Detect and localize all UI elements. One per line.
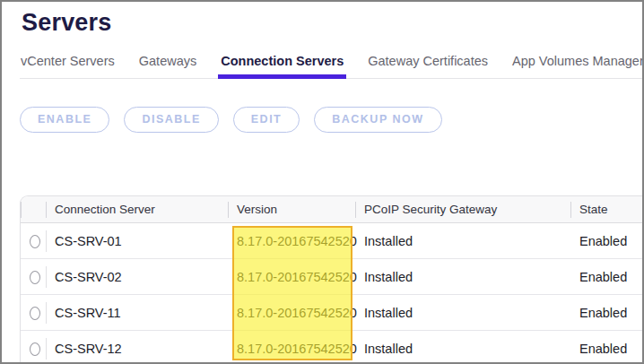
server-state: Enabled <box>570 306 642 320</box>
server-state: Enabled <box>570 270 642 284</box>
server-version: 8.17.0-20167542520 <box>228 234 355 248</box>
server-version: 8.17.0-20167542520 <box>228 342 355 356</box>
server-name: CS-SRV-11 <box>46 295 228 331</box>
action-toolbar: ENABLE DISABLE EDIT BACKUP NOW <box>20 107 642 133</box>
server-version: 8.17.0-20167542520 <box>228 270 355 284</box>
enable-button[interactable]: ENABLE <box>20 107 109 133</box>
disable-button[interactable]: DISABLE <box>124 107 218 133</box>
tab-app-volumes-managers[interactable]: App Volumes Managers <box>511 48 644 78</box>
radio-column-header <box>21 196 46 223</box>
connection-servers-table: Connection Server Version PCoIP Security… <box>20 195 642 364</box>
pcoip-status: Installed <box>355 342 570 356</box>
server-name: CS-SRV-02 <box>46 259 228 295</box>
column-header-version: Version <box>228 196 355 223</box>
server-state: Enabled <box>570 234 642 248</box>
edit-button[interactable]: EDIT <box>233 107 300 133</box>
row-radio[interactable] <box>30 342 40 356</box>
table-row[interactable]: CS-SRV-12 8.17.0-20167542520 Installed E… <box>21 331 642 364</box>
server-state: Enabled <box>570 342 642 356</box>
server-version: 8.17.0-20167542520 <box>228 306 355 320</box>
tab-gateways[interactable]: Gateways <box>138 48 197 78</box>
table-row[interactable]: CS-SRV-01 8.17.0-20167542520 Installed E… <box>21 223 642 259</box>
row-radio[interactable] <box>30 235 40 248</box>
tab-bar: vCenter Servers Gateways Connection Serv… <box>20 48 642 79</box>
pcoip-status: Installed <box>355 234 570 248</box>
page-title: Servers <box>22 9 642 37</box>
tab-vcenter-servers[interactable]: vCenter Servers <box>20 48 116 78</box>
column-header-connection-server: Connection Server <box>46 196 228 223</box>
pcoip-status: Installed <box>355 270 570 284</box>
server-name: CS-SRV-01 <box>46 223 228 259</box>
server-name: CS-SRV-12 <box>46 331 228 364</box>
row-radio[interactable] <box>30 271 40 284</box>
backup-now-button[interactable]: BACKUP NOW <box>314 107 441 133</box>
row-radio[interactable] <box>30 307 40 320</box>
table-header-row: Connection Server Version PCoIP Security… <box>21 196 642 223</box>
column-header-state: State <box>570 196 642 223</box>
tab-gateway-certificates[interactable]: Gateway Certificates <box>367 48 489 78</box>
column-header-pcoip: PCoIP Security Gateway <box>355 196 570 223</box>
table-row[interactable]: CS-SRV-02 8.17.0-20167542520 Installed E… <box>21 259 642 295</box>
tab-connection-servers[interactable]: Connection Servers <box>220 48 344 78</box>
pcoip-status: Installed <box>355 306 570 320</box>
servers-page: Servers vCenter Servers Gateways Connect… <box>2 9 642 364</box>
table-row[interactable]: CS-SRV-11 8.17.0-20167542520 Installed E… <box>21 295 642 331</box>
